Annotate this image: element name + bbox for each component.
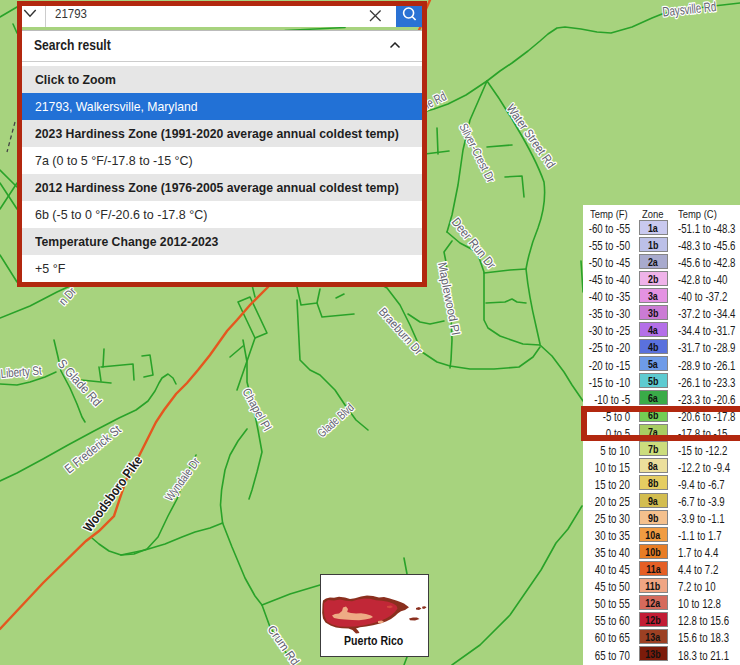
svg-text:S Glade Rd: S Glade Rd <box>55 356 105 409</box>
svg-text:Maplewood Pl: Maplewood Pl <box>435 261 463 336</box>
svg-text:Liberty St: Liberty St <box>0 363 43 380</box>
svg-text:Daysville Rd: Daysville Rd <box>662 0 717 19</box>
svg-text:Deer Run Dr: Deer Run Dr <box>449 215 499 272</box>
svg-text:E Frederick St: E Frederick St <box>62 422 124 476</box>
svg-text:Glade Blvd: Glade Blvd <box>314 400 356 440</box>
svg-text:Braeburn Dr: Braeburn Dr <box>376 305 425 357</box>
svg-text:n Dr: n Dr <box>56 284 79 307</box>
svg-text:Woodsboro Pike: Woodsboro Pike <box>80 453 145 535</box>
svg-text:Water Street Rd: Water Street Rd <box>504 102 558 171</box>
svg-text:Wyndale Dr: Wyndale Dr <box>162 455 202 504</box>
svg-text:Crum Rd: Crum Rd <box>265 623 302 665</box>
